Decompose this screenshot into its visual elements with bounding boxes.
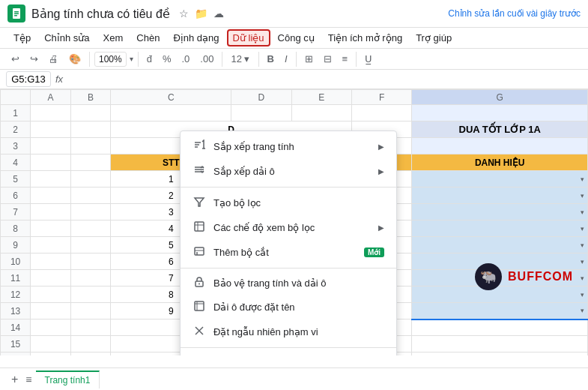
cell-a10[interactable] bbox=[31, 254, 71, 270]
cell-a5[interactable] bbox=[31, 171, 71, 188]
col-header-c[interactable]: C bbox=[111, 90, 231, 105]
cell-g2[interactable]: DUA TỐT LỚP 1A bbox=[412, 122, 588, 138]
cell-a11[interactable] bbox=[31, 270, 71, 286]
decimal-btn[interactable]: .0 bbox=[178, 51, 194, 67]
cell-b8[interactable] bbox=[70, 220, 111, 237]
cell-a2[interactable] bbox=[31, 122, 71, 138]
cell-a3[interactable] bbox=[31, 138, 71, 154]
menu-tien-ich[interactable]: Tiện ích mở rộng bbox=[322, 29, 408, 46]
cell-a1[interactable] bbox=[31, 105, 71, 122]
cell-b2[interactable] bbox=[70, 122, 111, 138]
menu-sap-xep-dai-o[interactable]: Sắp xếp dải ô bbox=[181, 159, 396, 184]
cell-g15[interactable] bbox=[412, 336, 588, 352]
cell-g16[interactable] bbox=[412, 352, 588, 356]
redo-button[interactable]: ↪ bbox=[26, 51, 42, 67]
dropdown-g9[interactable]: ▾ bbox=[415, 242, 584, 249]
cell-b7[interactable] bbox=[70, 204, 111, 220]
dropdown-g7[interactable]: ▾ bbox=[415, 208, 584, 216]
bold-btn[interactable]: B bbox=[264, 51, 278, 67]
menu-tep[interactable]: Tệp bbox=[7, 29, 37, 46]
cell-a7[interactable] bbox=[31, 204, 71, 220]
cell-b5[interactable] bbox=[70, 171, 111, 188]
cell-g4[interactable]: DANH HIỆU bbox=[412, 154, 588, 171]
cell-a13[interactable] bbox=[31, 303, 71, 320]
menu-cong-cu[interactable]: Công cụ bbox=[272, 29, 321, 46]
menu-che-do-xem[interactable]: Các chế độ xem bộ lọc bbox=[181, 215, 396, 240]
folder-icon[interactable]: 📁 bbox=[195, 8, 207, 20]
cell-a9[interactable] bbox=[31, 237, 71, 254]
cell-g14[interactable] bbox=[412, 320, 588, 336]
doc-title[interactable]: Bảng tính chưa có tiêu đề bbox=[31, 7, 170, 21]
cell-g3[interactable] bbox=[412, 138, 588, 154]
cell-b1[interactable] bbox=[70, 105, 111, 122]
menu-bao-ve[interactable]: Bảo vệ trang tính và dải ô bbox=[181, 272, 396, 295]
cell-b12[interactable] bbox=[70, 286, 111, 303]
cell-d1[interactable] bbox=[231, 105, 291, 122]
col-header-d[interactable]: D bbox=[231, 90, 291, 105]
menu-du-lieu[interactable]: Dữ liệu bbox=[227, 29, 270, 46]
font-size-btn[interactable]: 12 ▾ bbox=[227, 51, 253, 67]
cell-g1[interactable] bbox=[412, 105, 588, 122]
cell-reference[interactable] bbox=[6, 71, 51, 87]
sheet-tab-1[interactable]: Trang tính1 bbox=[36, 370, 100, 388]
menu-dinh-dang[interactable]: Định dạng bbox=[167, 29, 225, 46]
menu-them-bo-cat[interactable]: Thêm bộ cắt Mới bbox=[181, 240, 396, 265]
cell-b4[interactable] bbox=[70, 154, 111, 171]
print-button[interactable]: 🖨 bbox=[45, 51, 62, 67]
menu-chinh-sua[interactable]: Chỉnh sửa bbox=[38, 29, 95, 46]
cell-g9[interactable]: ▾ bbox=[412, 237, 588, 254]
align-btn[interactable]: ≡ bbox=[339, 51, 352, 67]
sheet-menu-button[interactable]: ≡ bbox=[22, 371, 35, 388]
zoom-arrow[interactable]: ▾ bbox=[130, 55, 133, 63]
menu-tao-bo-loc[interactable]: Tạo bộ lọc bbox=[181, 190, 396, 215]
currency-btn[interactable]: đ bbox=[143, 51, 156, 67]
cell-g5[interactable]: ▾ bbox=[412, 171, 588, 188]
menu-tro-giup[interactable]: Trợ giúp bbox=[410, 29, 458, 46]
cell-a12[interactable] bbox=[31, 286, 71, 303]
dropdown-g5[interactable]: ▾ bbox=[415, 176, 584, 183]
cell-c1[interactable] bbox=[111, 105, 231, 122]
underline-btn[interactable]: U̲ bbox=[361, 51, 376, 67]
menu-dai-o-ten[interactable]: Dải ô được đặt tên bbox=[181, 295, 396, 320]
border-btn[interactable]: ⊞ bbox=[301, 51, 317, 67]
cloud-icon[interactable]: ☁ bbox=[213, 8, 224, 20]
menu-sap-xep-trang-tinh[interactable]: Sắp xếp trang tính bbox=[181, 134, 396, 159]
cell-a8[interactable] bbox=[31, 220, 71, 237]
cell-g7[interactable]: ▾ bbox=[412, 204, 588, 220]
cell-a15[interactable] bbox=[31, 336, 71, 352]
cell-b6[interactable] bbox=[70, 188, 111, 204]
cell-b11[interactable] bbox=[70, 270, 111, 286]
zoom-level[interactable]: 100% bbox=[94, 52, 127, 67]
cell-b9[interactable] bbox=[70, 237, 111, 254]
undo-button[interactable]: ↩ bbox=[7, 51, 23, 67]
menu-xem[interactable]: Xem bbox=[97, 29, 130, 46]
col-header-e[interactable]: E bbox=[291, 90, 351, 105]
cell-b13[interactable] bbox=[70, 303, 111, 320]
cell-a14[interactable] bbox=[31, 320, 71, 336]
percent-btn[interactable]: % bbox=[159, 51, 175, 67]
menu-chen[interactable]: Chèn bbox=[130, 29, 166, 46]
col-header-a[interactable]: A bbox=[31, 90, 71, 105]
italic-btn[interactable]: I bbox=[281, 51, 291, 67]
add-sheet-button[interactable]: + bbox=[7, 370, 22, 388]
paint-button[interactable]: 🎨 bbox=[65, 51, 85, 67]
formula-input[interactable] bbox=[67, 74, 582, 85]
cell-a6[interactable] bbox=[31, 188, 71, 204]
merge-btn[interactable]: ⊟ bbox=[320, 51, 336, 67]
cell-g6[interactable]: ▾ bbox=[412, 188, 588, 204]
menu-thong-ke[interactable]: Thống kê dạng cột bbox=[181, 351, 396, 356]
cell-a4[interactable] bbox=[31, 154, 71, 171]
col-header-g[interactable]: G bbox=[412, 90, 588, 105]
dropdown-g6[interactable]: ▾ bbox=[415, 192, 584, 200]
cell-e1[interactable] bbox=[291, 105, 351, 122]
save-link[interactable]: Chỉnh sửa lần cuối vài giây trước bbox=[448, 8, 581, 19]
menu-ngau-nhien[interactable]: Đặt ngẫu nhiên phạm vi bbox=[181, 320, 396, 344]
comma-btn[interactable]: .00 bbox=[196, 51, 217, 67]
star-icon[interactable]: ☆ bbox=[179, 8, 189, 20]
cell-f1[interactable] bbox=[352, 105, 412, 122]
cell-a16[interactable] bbox=[31, 352, 71, 356]
cell-g8[interactable]: ▾ bbox=[412, 220, 588, 237]
cell-b16[interactable] bbox=[70, 352, 111, 356]
cell-b3[interactable] bbox=[70, 138, 111, 154]
col-header-f[interactable]: F bbox=[352, 90, 412, 105]
